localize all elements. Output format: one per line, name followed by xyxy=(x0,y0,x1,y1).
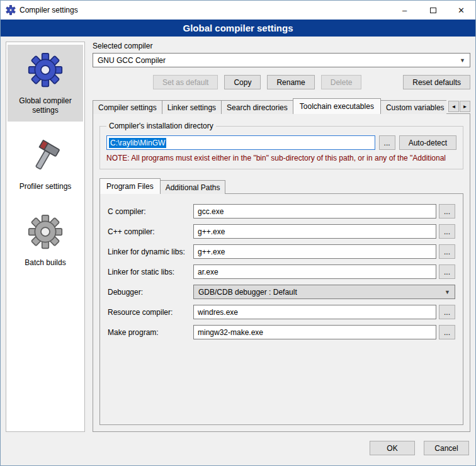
tab-search-directories[interactable]: Search directories xyxy=(221,100,293,114)
batch-builds-icon xyxy=(27,214,64,252)
sidebar-item-label: Batch builds xyxy=(25,258,65,268)
static-linker-input[interactable] xyxy=(193,264,436,279)
auto-detect-button[interactable]: Auto-detect xyxy=(399,135,456,150)
static-linker-browse-button[interactable]: ... xyxy=(439,264,455,279)
field-row-make-program: Make program: ... xyxy=(108,325,455,339)
tab-toolchain-executables[interactable]: Toolchain executables xyxy=(293,98,381,114)
cancel-button[interactable]: Cancel xyxy=(424,441,469,455)
dynamic-linker-browse-button[interactable]: ... xyxy=(439,244,455,259)
tab-compiler-settings[interactable]: Compiler settings xyxy=(93,100,162,114)
field-row-c-compiler: C compiler: ... xyxy=(108,204,455,219)
maximize-icon xyxy=(430,8,436,13)
rename-button[interactable]: Rename xyxy=(267,75,314,89)
reset-defaults-button[interactable]: Reset defaults xyxy=(403,75,470,89)
sidebar-item-batch-builds[interactable]: Batch builds xyxy=(8,207,83,274)
toolchain-panel: Compiler's installation directory C:\ray… xyxy=(93,113,470,432)
chevron-down-icon: ▼ xyxy=(445,289,450,295)
sidebar: Global compiler settings Profiler settin… xyxy=(6,42,85,432)
cpp-compiler-input[interactable] xyxy=(193,224,436,239)
subtab-additional-paths[interactable]: Additional Paths xyxy=(160,180,226,194)
installation-dir-row: C:\raylib\MinGW ... Auto-detect xyxy=(106,135,456,150)
minimize-button[interactable]: – xyxy=(390,1,419,20)
resource-compiler-browse-button[interactable]: ... xyxy=(439,305,455,319)
field-label: Debugger: xyxy=(108,288,193,297)
install-dir-input[interactable]: C:\raylib\MinGW xyxy=(106,135,375,150)
app-icon xyxy=(6,5,16,15)
sub-tab-scroll-area: Program Files Additional Paths xyxy=(99,178,463,194)
window-title: Compiler settings xyxy=(20,6,390,14)
installation-dir-group-title: Compiler's installation directory xyxy=(106,122,216,130)
c-compiler-browse-button[interactable]: ... xyxy=(439,204,455,219)
sidebar-item-label: Profiler settings xyxy=(20,182,72,191)
maximize-button[interactable] xyxy=(419,1,447,20)
tab-custom-variables[interactable]: Custom variables xyxy=(380,100,446,114)
field-row-debugger: Debugger: GDB/CDB debugger : Default ▼ xyxy=(108,285,455,299)
sub-tabbar: Program Files Additional Paths xyxy=(99,178,463,194)
compiler-settings-window: Compiler settings – ✕ Global compiler se… xyxy=(0,0,476,466)
resource-compiler-input[interactable] xyxy=(193,305,436,319)
tab-scroll-buttons: ◄ ► xyxy=(448,101,470,112)
set-as-default-button: Set as default xyxy=(153,75,218,89)
close-button[interactable]: ✕ xyxy=(447,1,475,20)
field-label: Make program: xyxy=(108,328,193,337)
tab-scroll-right-button[interactable]: ► xyxy=(460,101,470,112)
field-row-dynamic-linker: Linker for dynamic libs: ... xyxy=(108,244,455,259)
installation-dir-group: Compiler's installation directory C:\ray… xyxy=(99,122,463,169)
field-label: C++ compiler: xyxy=(108,227,193,236)
main-tabbar: Compiler settings Linker settings Search… xyxy=(93,98,470,114)
install-dir-value: C:\raylib\MinGW xyxy=(109,138,166,148)
ok-button[interactable]: OK xyxy=(370,441,415,455)
compiler-select[interactable]: GNU GCC Compiler ▼ xyxy=(93,53,470,67)
field-label: Resource compiler: xyxy=(108,308,193,317)
make-program-browse-button[interactable]: ... xyxy=(439,325,455,339)
dynamic-linker-input[interactable] xyxy=(193,244,436,259)
field-label: C compiler: xyxy=(108,207,193,216)
sidebar-item-global-compiler-settings[interactable]: Global compiler settings xyxy=(8,45,83,122)
c-compiler-input[interactable] xyxy=(193,204,436,219)
field-row-resource-compiler: Resource compiler: ... xyxy=(108,305,455,319)
chevron-down-icon: ▼ xyxy=(460,57,465,64)
compiler-select-value: GNU GCC Compiler xyxy=(98,56,166,65)
sidebar-item-label: Global compiler settings xyxy=(10,96,81,115)
profiler-icon xyxy=(27,138,64,176)
debugger-select-value: GDB/CDB debugger : Default xyxy=(198,288,297,297)
field-row-static-linker: Linker for static libs: ... xyxy=(108,264,455,279)
gear-icon xyxy=(27,52,64,90)
make-program-input[interactable] xyxy=(193,325,436,339)
main-area: Selected compiler GNU GCC Compiler ▼ Set… xyxy=(93,42,470,432)
debugger-select[interactable]: GDB/CDB debugger : Default ▼ xyxy=(193,285,455,299)
install-dir-browse-button[interactable]: ... xyxy=(379,135,395,150)
program-files-panel: C compiler: ... C++ compiler: ... Linker… xyxy=(99,193,463,425)
tab-scroll-area: Compiler settings Linker settings Search… xyxy=(93,98,446,114)
tab-linker-settings[interactable]: Linker settings xyxy=(162,100,222,114)
dialog-footer: OK Cancel xyxy=(1,437,475,465)
note-text: NOTE: All programs must exist either in … xyxy=(106,154,456,162)
subtab-program-files[interactable]: Program Files xyxy=(99,178,161,194)
cpp-compiler-browse-button[interactable]: ... xyxy=(439,224,455,239)
program-files-block: Program Files Additional Paths C compile… xyxy=(99,178,463,425)
dialog-content: Global compiler settings Profiler settin… xyxy=(1,37,475,437)
tab-scroll-left-button[interactable]: ◄ xyxy=(448,101,459,112)
copy-button[interactable]: Copy xyxy=(224,75,261,89)
field-row-cpp-compiler: C++ compiler: ... xyxy=(108,224,455,239)
titlebar: Compiler settings – ✕ xyxy=(1,1,475,20)
field-label: Linker for static libs: xyxy=(108,268,193,276)
compiler-buttons-row: Set as default Copy Rename Delete Reset … xyxy=(93,75,470,89)
banner-title: Global compiler settings xyxy=(1,20,475,37)
selected-compiler-label: Selected compiler xyxy=(93,42,470,50)
delete-button: Delete xyxy=(321,75,362,89)
sidebar-item-profiler-settings[interactable]: Profiler settings xyxy=(8,130,83,198)
field-label: Linker for dynamic libs: xyxy=(108,247,193,256)
